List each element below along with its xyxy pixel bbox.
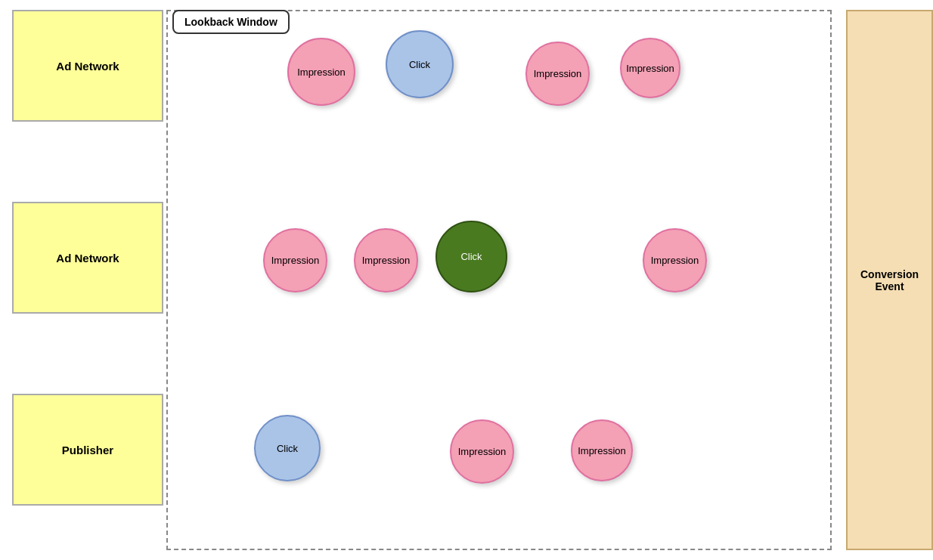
row1-impression-1: Impression	[287, 38, 355, 106]
row1-impression-2: Impression	[525, 42, 590, 106]
ad-network-1-box: Ad Network	[12, 10, 163, 122]
conversion-event-label: ConversionEvent	[860, 268, 919, 292]
row3-impression-2: Impression	[571, 419, 633, 481]
ad-network-1-label: Ad Network	[56, 60, 119, 73]
row2-impression-1: Impression	[263, 228, 327, 292]
row1-impression-3: Impression	[620, 38, 680, 98]
row1-click: Click	[386, 30, 454, 98]
row2-impression-3: Impression	[643, 228, 707, 292]
row2-impression-2: Impression	[354, 228, 418, 292]
ad-network-2-box: Ad Network	[12, 202, 163, 314]
lookback-window-label: Lookback Window	[172, 10, 290, 34]
row3-click: Click	[254, 415, 321, 481]
row3-impression-1: Impression	[450, 419, 514, 484]
publisher-label: Publisher	[62, 444, 113, 456]
publisher-box: Publisher	[12, 394, 163, 506]
conversion-event-box: ConversionEvent	[846, 10, 933, 550]
diagram-container: Ad Network Ad Network Publisher Lookback…	[0, 0, 933, 560]
row2-click: Click	[436, 221, 507, 292]
ad-network-2-label: Ad Network	[56, 252, 119, 265]
